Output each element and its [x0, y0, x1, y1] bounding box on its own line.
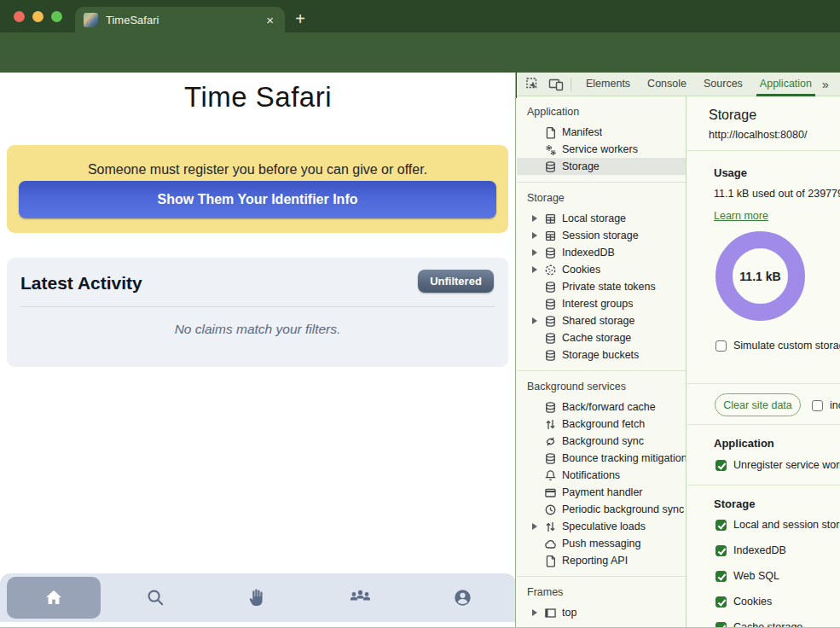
close-tab-icon[interactable]: × [264, 14, 276, 26]
expand-triangle-icon[interactable] [532, 317, 537, 324]
checkbox-checked-icon[interactable] [715, 571, 727, 582]
sidebar-item-label: IndexedDB [562, 247, 615, 259]
sidebar-item-label: Private state tokens [562, 281, 656, 293]
new-tab-button[interactable]: + [288, 7, 312, 31]
device-toolbar-icon[interactable] [547, 76, 565, 93]
learn-more-link[interactable]: Learn more [714, 210, 768, 222]
devtools-tab-application[interactable]: Application [751, 73, 820, 96]
nav-home-button[interactable] [7, 577, 101, 619]
usage-text: 11.1 kB used out of 239779 MB [714, 188, 840, 200]
sidebar-item-private-state-tokens[interactable]: Private state tokens [517, 278, 686, 295]
updown-icon [544, 520, 557, 533]
sidebar-item-manifest[interactable]: Manifest [517, 124, 686, 141]
expand-triangle-icon[interactable] [532, 215, 537, 222]
sidebar-item-local-storage[interactable]: Local storage [517, 210, 686, 227]
checkbox-unchecked-icon[interactable] [715, 340, 727, 352]
sidebar-item-storage-buckets[interactable]: Storage buckets [517, 346, 686, 363]
close-window-button[interactable] [14, 11, 25, 22]
include-cookies-checkbox[interactable]: including third-party cookies [812, 399, 840, 411]
expand-triangle-icon[interactable] [532, 266, 537, 273]
panel-divider [687, 150, 840, 151]
sidebar-item-periodic-background-sync[interactable]: Periodic background sync [517, 501, 686, 518]
sidebar-item-label: Service workers [562, 143, 638, 155]
bell-icon [544, 469, 557, 482]
checkbox-web-sql[interactable]: Web SQL [715, 570, 779, 582]
sidebar-item-payment-handler[interactable]: Payment handler [517, 484, 686, 501]
sidebar-item-notifications[interactable]: Notifications [517, 467, 686, 484]
sidebar-item-bounce-tracking-mitigations[interactable]: Bounce tracking mitigations [517, 450, 686, 467]
sidebar-item-background-sync[interactable]: Background sync [517, 433, 686, 450]
sidebar-item-interest-groups[interactable]: Interest groups [517, 295, 686, 312]
profile-icon [452, 587, 473, 608]
frame-icon [544, 607, 557, 619]
sidebar-item-reporting-api[interactable]: Reporting API [517, 552, 686, 569]
checkbox-unregister-service-workers[interactable]: Unregister service workers [715, 459, 840, 471]
sidebar-item-top[interactable]: top [517, 604, 686, 621]
expand-triangle-icon[interactable] [532, 249, 537, 256]
checkbox-checked-icon[interactable] [715, 622, 727, 628]
sidebar-item-back-forward-cache[interactable]: Back/forward cache [517, 398, 686, 416]
table-icon [544, 212, 557, 225]
database-icon [544, 332, 557, 345]
sidebar-item-speculative-loads[interactable]: Speculative loads [517, 518, 686, 535]
clear-site-data-button[interactable]: Clear site data [715, 393, 801, 416]
checkbox-label: Local and session storage [733, 519, 840, 531]
checkbox-cookies[interactable]: Cookies [715, 596, 772, 608]
simulate-quota-checkbox[interactable]: Simulate custom storage quota [715, 340, 840, 352]
minimize-window-button[interactable] [32, 11, 43, 22]
sidebar-item-label: Storage [562, 160, 600, 172]
checkbox-checked-icon[interactable] [715, 520, 727, 531]
card-icon [544, 486, 557, 499]
browser-tab[interactable]: TimeSafari × [75, 7, 285, 32]
checkbox-checked-icon[interactable] [715, 460, 727, 471]
sidebar-item-push-messaging[interactable]: Push messaging [517, 535, 686, 552]
database-icon [544, 349, 557, 362]
nav-offers-button[interactable] [211, 577, 304, 619]
sidebar-item-session-storage[interactable]: Session storage [517, 227, 686, 244]
sidebar-item-label: Reporting API [562, 555, 628, 567]
more-tabs-icon[interactable]: » [822, 78, 829, 91]
sidebar-item-background-fetch[interactable]: Background fetch [517, 416, 686, 433]
sidebar-item-label: Shared storage [562, 315, 634, 327]
nav-contacts-button[interactable] [313, 577, 407, 619]
devtools-tab-elements[interactable]: Elements [577, 73, 639, 96]
tab-title: TimeSafari [106, 14, 264, 26]
expand-triangle-icon[interactable] [532, 523, 537, 530]
sidebar-section-background-services: Background servicesBack/forward cacheBac… [517, 371, 686, 577]
cloud-icon [544, 538, 557, 550]
checkbox-indexeddb[interactable]: IndexedDB [715, 544, 786, 556]
sidebar-item-cache-storage[interactable]: Cache storage [517, 329, 686, 346]
sidebar-item-label: Notifications [562, 469, 620, 481]
sidebar-item-service-workers[interactable]: Service workers [517, 141, 686, 158]
nav-profile-button[interactable] [415, 577, 509, 619]
sidebar-item-label: Payment handler [562, 486, 643, 498]
sidebar-item-shared-storage[interactable]: Shared storage [517, 312, 686, 329]
sidebar-item-label: Storage buckets [562, 349, 639, 361]
checkbox-checked-icon[interactable] [715, 545, 727, 556]
hand-icon [247, 587, 269, 608]
devtools-tab-sources[interactable]: Sources [695, 73, 751, 96]
timesafari-favicon [84, 13, 98, 27]
latest-activity-panel: Latest Activity Unfiltered No claims mat… [7, 258, 508, 367]
expand-triangle-icon[interactable] [532, 232, 537, 239]
sidebar-item-indexeddb[interactable]: IndexedDB [517, 244, 686, 261]
checkbox-unchecked-icon[interactable] [812, 400, 823, 411]
maximize-window-button[interactable] [51, 11, 62, 22]
unfiltered-button[interactable]: Unfiltered [418, 270, 494, 293]
bottom-navigation [0, 573, 516, 622]
expand-triangle-icon[interactable] [532, 609, 537, 616]
checkbox-local-and-session-storage[interactable]: Local and session storage [715, 519, 840, 531]
checkbox-checked-icon[interactable] [715, 596, 727, 608]
nav-search-button[interactable] [108, 577, 202, 619]
sidebar-section-title: Storage [517, 189, 686, 206]
inspect-element-icon[interactable] [524, 76, 541, 93]
devtools-tab-console[interactable]: Console [639, 73, 695, 96]
sidebar-item-cookies[interactable]: Cookies [517, 261, 686, 278]
database-icon [544, 452, 557, 465]
show-identifier-button[interactable]: Show Them Your Identifier Info [19, 181, 496, 218]
tab-strip: TimeSafari × + [0, 0, 840, 32]
sidebar-item-storage[interactable]: Storage [517, 158, 686, 175]
browser-window: TimeSafari × + localhost:8080 [0, 0, 840, 628]
sidebar-item-label: Manifest [562, 126, 602, 138]
checkbox-cache-storage[interactable]: Cache storage [715, 621, 802, 628]
